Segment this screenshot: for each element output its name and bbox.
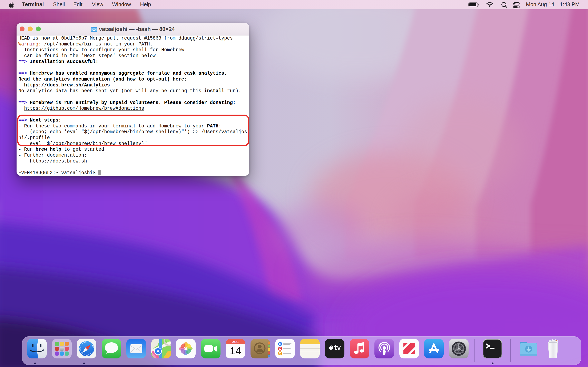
svg-text:AUG: AUG (232, 340, 238, 343)
svg-text:14: 14 (230, 345, 241, 357)
